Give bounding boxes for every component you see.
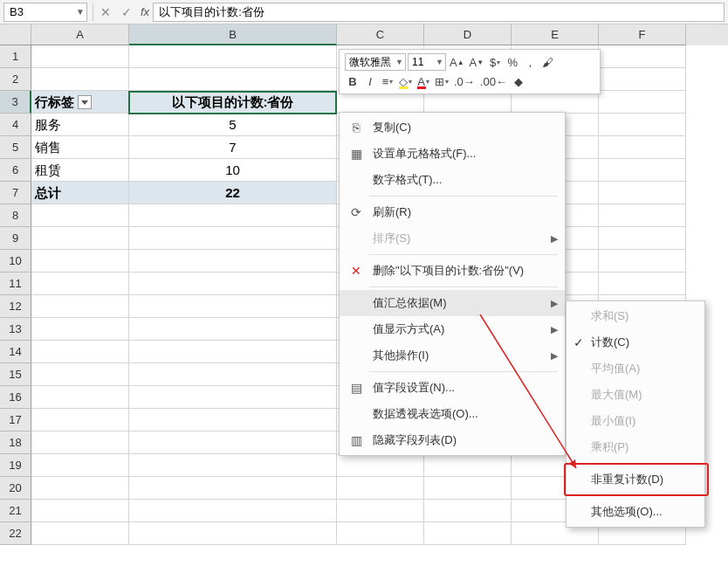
col-header-E[interactable]: E (512, 24, 599, 45)
row-header-16[interactable]: 16 (0, 386, 31, 409)
cell-B19[interactable] (129, 454, 337, 477)
cell-D20[interactable] (424, 477, 512, 500)
sub-more[interactable]: 其他选项(O)... (567, 499, 704, 525)
menu-refresh[interactable]: ⟳刷新(R) (340, 199, 565, 225)
row-header-18[interactable]: 18 (0, 431, 31, 454)
row-header-21[interactable]: 21 (0, 500, 31, 522)
cell-A18[interactable] (31, 431, 129, 454)
clear-format-icon[interactable]: ◆ (511, 72, 526, 90)
cell-F8[interactable] (599, 204, 686, 227)
cell-B2[interactable] (129, 68, 337, 91)
cell-F9[interactable] (599, 227, 686, 250)
cell-C22[interactable] (337, 522, 424, 545)
row-header-2[interactable]: 2 (0, 68, 31, 91)
cell-B13[interactable] (129, 318, 337, 341)
cell-A1[interactable] (31, 45, 129, 68)
cell-A10[interactable] (31, 250, 129, 273)
menu-other-actions[interactable]: 其他操作(I)▶ (340, 342, 565, 369)
cell-A19[interactable] (31, 454, 129, 477)
cell-D21[interactable] (424, 500, 512, 522)
cell-A11[interactable] (31, 273, 129, 295)
comma-icon[interactable]: , (522, 53, 538, 71)
row-header-22[interactable]: 22 (0, 522, 31, 545)
cell-A4[interactable]: 服务 (31, 114, 129, 136)
row-header-12[interactable]: 12 (0, 295, 31, 318)
format-painter-icon[interactable]: 🖌 (539, 53, 555, 71)
cell-B1[interactable] (129, 45, 337, 68)
name-box[interactable]: B3 ▼ (3, 3, 87, 22)
menu-sort[interactable]: 排序(S)▶ (340, 225, 565, 252)
sub-count[interactable]: ✓计数(C) (567, 329, 704, 355)
cell-A20[interactable] (31, 477, 129, 500)
col-header-D[interactable]: D (424, 24, 512, 45)
cell-A14[interactable] (31, 341, 129, 363)
row-header-13[interactable]: 13 (0, 318, 31, 341)
row-header-17[interactable]: 17 (0, 409, 31, 431)
menu-pivot-options[interactable]: 数据透视表选项(O)... (340, 401, 565, 427)
cell-B10[interactable] (129, 250, 337, 273)
cell-D19[interactable] (424, 454, 512, 477)
menu-show-values-as[interactable]: 值显示方式(A)▶ (340, 316, 565, 342)
cell-C20[interactable] (337, 477, 424, 500)
cell-B14[interactable] (129, 341, 337, 363)
sub-average[interactable]: 平均值(A) (567, 355, 704, 382)
cell-B9[interactable] (129, 227, 337, 250)
row-header-7[interactable]: 7 (0, 182, 31, 204)
row-header-19[interactable]: 19 (0, 454, 31, 477)
decrease-font-icon[interactable]: A▼ (468, 53, 486, 71)
cell-B16[interactable] (129, 386, 337, 409)
cell-A5[interactable]: 销售 (31, 136, 129, 159)
cell-A22[interactable] (31, 522, 129, 545)
font-color-icon[interactable]: A▾ (416, 72, 431, 90)
row-header-15[interactable]: 15 (0, 363, 31, 386)
cell-B21[interactable] (129, 500, 337, 522)
cell-B7[interactable]: 22 (129, 182, 337, 204)
cell-F11[interactable] (599, 273, 686, 295)
col-header-A[interactable]: A (31, 24, 129, 45)
cell-B15[interactable] (129, 363, 337, 386)
cell-B12[interactable] (129, 295, 337, 318)
cell-A3[interactable]: 行标签 (31, 91, 129, 114)
cell-F1[interactable] (599, 45, 686, 68)
cell-A2[interactable] (31, 68, 129, 91)
percent-icon[interactable]: % (505, 53, 520, 71)
cell-A12[interactable] (31, 295, 129, 318)
fill-color-icon[interactable]: ◇▾ (397, 72, 414, 90)
select-all-corner[interactable] (0, 24, 31, 45)
cell-F2[interactable] (599, 68, 686, 91)
sub-min[interactable]: 最小值(I) (567, 408, 704, 434)
cell-B20[interactable] (129, 477, 337, 500)
cell-A21[interactable] (31, 500, 129, 522)
cell-A7[interactable]: 总计 (31, 182, 129, 204)
row-header-5[interactable]: 5 (0, 136, 31, 159)
confirm-icon[interactable]: ✓ (116, 5, 137, 19)
cell-F3[interactable] (599, 91, 686, 114)
cell-B22[interactable] (129, 522, 337, 545)
sub-max[interactable]: 最大值(M) (567, 382, 704, 408)
col-header-F[interactable]: F (599, 24, 686, 45)
row-header-8[interactable]: 8 (0, 204, 31, 227)
cell-F7[interactable] (599, 182, 686, 204)
filter-dropdown-icon[interactable] (78, 95, 92, 109)
cell-A6[interactable]: 租赁 (31, 159, 129, 182)
fx-icon[interactable]: fx (137, 5, 153, 18)
menu-field-settings[interactable]: ▤值字段设置(N)... (340, 375, 565, 401)
col-header-C[interactable]: C (337, 24, 424, 45)
cell-B8[interactable] (129, 204, 337, 227)
cell-A16[interactable] (31, 386, 129, 409)
menu-summarize-by[interactable]: 值汇总依据(M)▶ (340, 290, 565, 316)
cell-F5[interactable] (599, 136, 686, 159)
cell-A15[interactable] (31, 363, 129, 386)
formula-input[interactable]: 以下项目的计数:省份 (153, 3, 725, 22)
col-header-B[interactable]: B (129, 24, 337, 45)
cell-C21[interactable] (337, 500, 424, 522)
menu-hide-field-list[interactable]: ▥隐藏字段列表(D) (340, 427, 565, 453)
menu-copy[interactable]: ⎘复制(C) (340, 114, 565, 141)
cell-A17[interactable] (31, 409, 129, 431)
row-header-10[interactable]: 10 (0, 250, 31, 273)
increase-decimal-icon[interactable]: .0→ (452, 72, 477, 90)
row-header-3[interactable]: 3 (0, 91, 31, 114)
sub-product[interactable]: 乘积(P) (567, 434, 704, 460)
row-header-14[interactable]: 14 (0, 341, 31, 363)
row-header-9[interactable]: 9 (0, 227, 31, 250)
